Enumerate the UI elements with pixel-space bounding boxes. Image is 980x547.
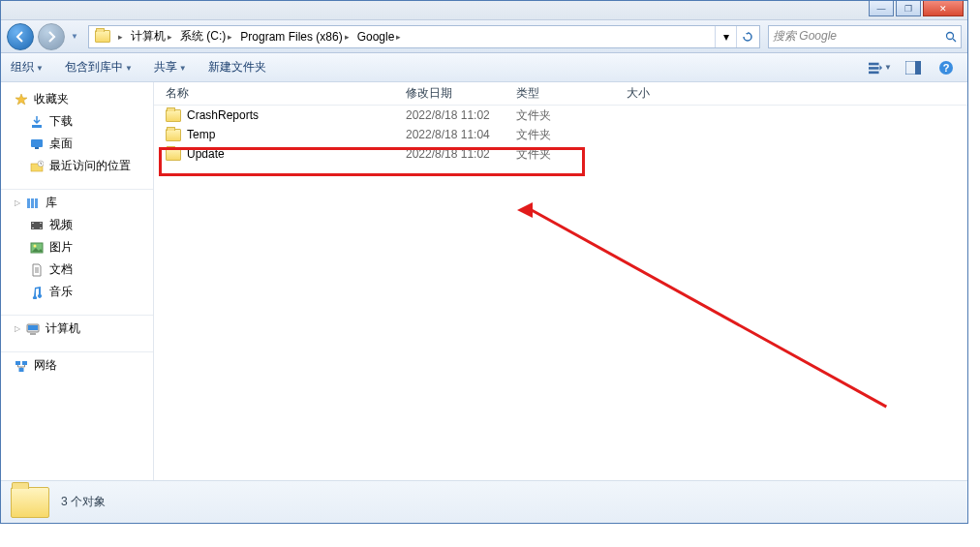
annotation-arrowhead xyxy=(517,202,533,218)
collapse-icon: ▷ xyxy=(15,324,20,333)
svg-rect-32 xyxy=(19,368,24,372)
titlebar: — ❐ ✕ xyxy=(1,1,967,20)
svg-rect-19 xyxy=(32,228,34,228)
maximize-button[interactable]: ❐ xyxy=(896,1,921,16)
file-list: 名称 修改日期 类型 大小 CrashReports 2022/8/18 11:… xyxy=(154,82,967,480)
svg-rect-11 xyxy=(35,147,39,149)
column-headers[interactable]: 名称 修改日期 类型 大小 xyxy=(154,82,967,106)
status-bar: 3 个对象 xyxy=(1,480,967,523)
history-dropdown[interactable]: ▼ xyxy=(69,32,80,41)
status-text: 3 个对象 xyxy=(61,494,106,510)
include-in-library-button[interactable]: 包含到库中▼ xyxy=(65,59,133,76)
column-size[interactable]: 大小 xyxy=(627,85,704,102)
recent-icon xyxy=(30,160,44,173)
svg-rect-14 xyxy=(27,198,30,208)
column-date[interactable]: 修改日期 xyxy=(406,85,516,102)
video-icon xyxy=(30,219,44,232)
crumb-computer[interactable]: 计算机▸ xyxy=(127,26,176,47)
column-type[interactable]: 类型 xyxy=(516,85,627,102)
refresh-button[interactable] xyxy=(736,26,757,47)
svg-rect-30 xyxy=(15,361,20,365)
svg-rect-31 xyxy=(22,361,27,365)
star-icon xyxy=(15,93,28,106)
collapse-icon: ▷ xyxy=(15,198,20,207)
navigation-pane: 收藏夹 下载 桌面 最近访问的位置 ▷ xyxy=(1,82,154,480)
minimize-button[interactable]: — xyxy=(869,1,894,16)
address-bar[interactable]: ▸ 计算机▸ 系统 (C:)▸ Program Files (x86)▸ Goo… xyxy=(88,25,760,48)
search-icon xyxy=(945,31,957,43)
svg-rect-20 xyxy=(40,223,42,224)
file-row[interactable]: CrashReports 2022/8/18 11:02 文件夹 xyxy=(154,106,967,125)
libraries-group[interactable]: ▷ 库 xyxy=(1,192,153,214)
back-button[interactable] xyxy=(7,23,34,50)
sidebar-documents[interactable]: 文档 xyxy=(1,258,153,281)
forward-button[interactable] xyxy=(38,23,65,50)
library-icon xyxy=(26,197,40,210)
network-group[interactable]: 网络 xyxy=(1,354,153,377)
address-dropdown[interactable]: ▾ xyxy=(715,26,736,47)
svg-rect-2 xyxy=(869,62,879,65)
desktop-icon xyxy=(30,137,44,151)
explorer-window: — ❐ ✕ ▼ ▸ 计算机▸ 系统 (C:)▸ Program Files (x… xyxy=(0,0,968,524)
sidebar-pictures[interactable]: 图片 xyxy=(1,236,153,258)
music-icon xyxy=(30,286,44,299)
column-name[interactable]: 名称 xyxy=(166,85,406,102)
crumb-pf86[interactable]: Program Files (x86)▸ xyxy=(236,26,352,47)
svg-rect-15 xyxy=(31,198,34,208)
sidebar-music[interactable]: 音乐 xyxy=(1,281,153,303)
computer-icon xyxy=(26,322,40,336)
share-button[interactable]: 共享▼ xyxy=(154,59,187,76)
file-row[interactable]: Temp 2022/8/18 11:04 文件夹 xyxy=(154,125,967,144)
folder-icon: ▸ xyxy=(91,26,127,47)
sidebar-downloads[interactable]: 下载 xyxy=(1,110,153,133)
annotation-arrow xyxy=(530,208,887,408)
close-button[interactable]: ✕ xyxy=(923,1,964,16)
svg-point-23 xyxy=(34,244,37,247)
file-row[interactable]: Update 2022/8/18 11:02 文件夹 xyxy=(154,144,967,164)
search-input[interactable]: 搜索 Google xyxy=(768,25,962,48)
network-icon xyxy=(15,359,28,373)
folder-icon xyxy=(166,129,181,141)
sidebar-videos[interactable]: 视频 xyxy=(1,214,153,236)
new-folder-button[interactable]: 新建文件夹 xyxy=(208,59,266,76)
svg-rect-18 xyxy=(32,223,34,224)
download-icon xyxy=(30,115,44,129)
svg-rect-6 xyxy=(915,61,921,75)
svg-point-0 xyxy=(947,32,954,39)
command-bar: 组织▼ 包含到库中▼ 共享▼ 新建文件夹 ▼ ? xyxy=(1,53,967,82)
search-placeholder: 搜索 Google xyxy=(773,28,837,45)
svg-line-1 xyxy=(953,39,956,42)
svg-rect-28 xyxy=(28,325,38,330)
crumb-drive[interactable]: 系统 (C:)▸ xyxy=(176,26,236,47)
sidebar-recent[interactable]: 最近访问的位置 xyxy=(1,155,153,177)
nav-bar: ▼ ▸ 计算机▸ 系统 (C:)▸ Program Files (x86)▸ G… xyxy=(1,20,967,53)
folder-icon xyxy=(11,487,49,518)
svg-rect-4 xyxy=(869,71,879,74)
crumb-google[interactable]: Google▸ xyxy=(353,26,406,47)
preview-pane-button[interactable] xyxy=(902,57,925,78)
svg-rect-21 xyxy=(40,228,42,228)
folder-icon xyxy=(166,148,181,161)
svg-rect-10 xyxy=(31,139,43,147)
view-button[interactable]: ▼ xyxy=(869,57,892,78)
computer-group[interactable]: ▷ 计算机 xyxy=(1,318,153,340)
favorites-group[interactable]: 收藏夹 xyxy=(1,88,153,110)
svg-rect-29 xyxy=(30,333,36,335)
folder-icon xyxy=(166,109,181,122)
svg-rect-3 xyxy=(869,67,879,70)
svg-text:?: ? xyxy=(943,62,950,74)
svg-rect-16 xyxy=(35,198,38,208)
svg-rect-9 xyxy=(32,125,42,128)
sidebar-desktop[interactable]: 桌面 xyxy=(1,133,153,155)
help-button[interactable]: ? xyxy=(934,57,958,78)
document-icon xyxy=(30,263,44,277)
picture-icon xyxy=(30,241,44,255)
organize-button[interactable]: 组织▼ xyxy=(11,59,44,76)
